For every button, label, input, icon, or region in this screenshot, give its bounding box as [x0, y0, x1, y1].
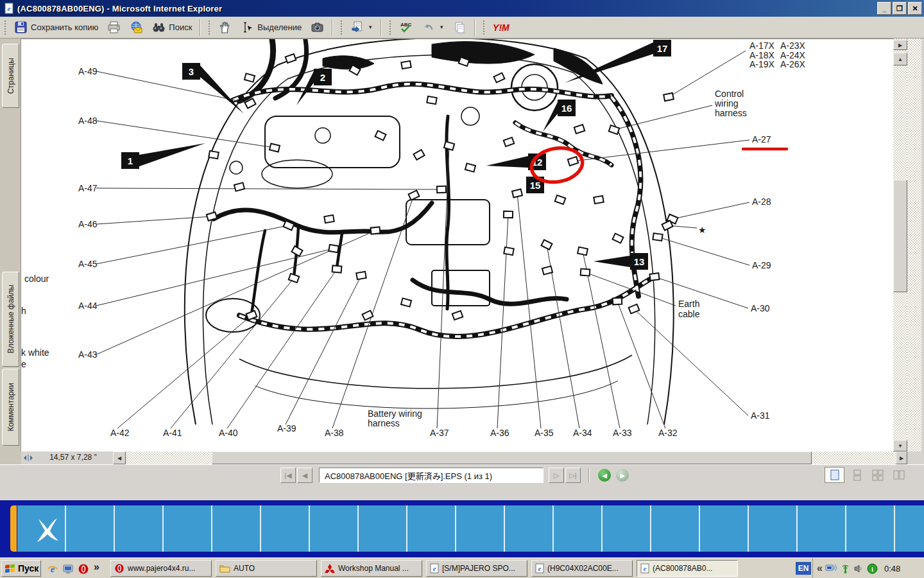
toolbar-grip[interactable]	[4, 20, 7, 35]
tab-pages[interactable]: Страницы	[2, 44, 19, 108]
start-button[interactable]: Пуск	[1, 560, 41, 577]
tab-comments[interactable]: Комментарии	[2, 369, 19, 446]
facing-layout-button[interactable]	[889, 467, 909, 483]
svg-text:2: 2	[320, 72, 325, 83]
next-page-button[interactable]: ▷	[549, 468, 564, 483]
dock-tile[interactable]	[359, 505, 407, 552]
document-page[interactable]: A-49A-48A-47A-46A-45A-44A-43A-42A-41A-40…	[21, 39, 893, 451]
printer-icon	[107, 21, 121, 34]
previous-view-button[interactable]: ◀	[598, 469, 611, 482]
svg-text:★: ★	[698, 225, 706, 235]
email-button[interactable]	[125, 18, 148, 37]
dock-tile[interactable]	[212, 505, 261, 552]
undo-button[interactable]: ▼	[417, 18, 449, 37]
print-button[interactable]	[103, 18, 125, 37]
horizontal-scroll-thumb[interactable]	[212, 451, 812, 464]
scroll-up-button[interactable]: ▲	[893, 53, 907, 66]
tab-pages-label: Страницы	[6, 58, 15, 94]
restore-button[interactable]: ❐	[893, 2, 907, 15]
dock-tile[interactable]	[456, 505, 505, 552]
single-page-layout-button[interactable]	[825, 467, 844, 483]
pane-splitter-icon[interactable]	[23, 454, 33, 462]
svg-text:e: e	[538, 565, 542, 572]
facing-icon	[893, 469, 905, 480]
taskbar-button-1[interactable]: www.pajero4x4.ru...	[110, 560, 212, 577]
taskbar-button-2[interactable]: AUTO	[216, 560, 317, 577]
horizontal-scroll-track[interactable]	[126, 451, 896, 464]
svg-text:harness: harness	[715, 108, 747, 118]
language-indicator[interactable]: EN	[796, 562, 811, 575]
snapshot-button[interactable]	[306, 18, 329, 37]
svg-text:A-40: A-40	[219, 428, 238, 438]
svg-text:cable: cable	[678, 309, 700, 319]
tab-attachments-label: Вложенные файлы	[6, 285, 15, 353]
dock-tile[interactable]	[115, 505, 164, 552]
taskbar-button-6[interactable]: e (AC800878AB0...	[637, 560, 738, 577]
toolbar-grip[interactable]	[340, 20, 343, 35]
svg-text:k white: k white	[21, 347, 49, 358]
scroll-down-button[interactable]: ▼	[893, 440, 907, 451]
search-button[interactable]: Поиск	[148, 18, 196, 37]
tab-attachments[interactable]: Вложенные файлы	[2, 272, 19, 367]
dock-tile[interactable]	[164, 505, 212, 552]
taskbar-button-3[interactable]: Workshop Manual ...	[321, 560, 422, 577]
vertical-scrollbar[interactable]: ▶ ▲ ▼	[893, 39, 907, 451]
toolbar-grip[interactable]	[208, 20, 211, 35]
close-button[interactable]: ✕	[908, 2, 922, 15]
dock-tile[interactable]	[603, 505, 651, 552]
svg-text:A-45: A-45	[78, 259, 98, 269]
dock-tile[interactable]	[554, 505, 603, 552]
taskbar-button-5[interactable]: e (H9C04X02AC00E...	[531, 560, 633, 577]
minimize-button[interactable]: _	[877, 2, 891, 15]
text-select-button[interactable]: Выделение	[236, 18, 306, 37]
svg-text:A-49: A-49	[78, 66, 98, 76]
toolbar-grip[interactable]	[389, 20, 392, 35]
next-view-button[interactable]: ▶	[616, 469, 629, 482]
wireless-tray-icon[interactable]	[840, 563, 851, 574]
scroll-right-button[interactable]: ▶	[896, 451, 907, 464]
dock-tile[interactable]	[505, 505, 554, 552]
dock-tile[interactable]	[846, 505, 895, 552]
dock-tile[interactable]	[749, 505, 798, 552]
continuous-layout-button[interactable]	[847, 467, 867, 483]
previous-page-button[interactable]: ◀	[297, 468, 312, 483]
copy-button[interactable]	[449, 18, 471, 37]
svg-text:A-35: A-35	[535, 428, 554, 438]
ie-quicklaunch-icon[interactable]: e	[46, 563, 58, 575]
dock-tile[interactable]	[66, 505, 115, 552]
taskbar-button-4[interactable]: e [S/M]PAJERO SPO...	[426, 560, 527, 577]
last-page-button[interactable]: ▷|	[565, 468, 581, 483]
scroll-right-top-button[interactable]: ▶	[893, 40, 907, 50]
tray-chevron[interactable]: «	[817, 563, 823, 574]
network-tray-icon[interactable]	[825, 563, 837, 574]
yahoo-messenger-button[interactable]: Y!M	[488, 20, 514, 35]
first-page-button[interactable]: |◀	[280, 468, 296, 483]
volume-tray-icon[interactable]	[853, 563, 864, 574]
dock-tile[interactable]	[17, 505, 66, 552]
dock-handle[interactable]	[10, 505, 17, 552]
dock-tile[interactable]	[407, 505, 456, 552]
toolbar-grip[interactable]	[483, 20, 486, 35]
create-pdf-button[interactable]: ▼	[346, 18, 377, 37]
scroll-left-button[interactable]: ◀	[113, 451, 126, 464]
save-copy-button[interactable]: Сохранить копию	[10, 18, 103, 37]
dock-tile[interactable]	[798, 505, 846, 552]
dock-tile[interactable]	[261, 505, 310, 552]
dock-tile[interactable]	[310, 505, 359, 552]
dock-tile[interactable]	[651, 505, 700, 552]
spellcheck-button[interactable]: ABC	[395, 18, 417, 37]
document-selector[interactable]: AC800878AB00ENG [更新済み].EPS (1 из 1)	[319, 468, 543, 483]
quicklaunch-overflow-chevron[interactable]: »	[94, 561, 99, 573]
desktop-quicklaunch-icon[interactable]	[62, 563, 74, 575]
camera-icon	[311, 21, 324, 34]
acrobat-toolbar: Сохранить копию Поиск	[0, 17, 924, 39]
info-tray-icon[interactable]: i	[867, 563, 878, 574]
hand-tool-button[interactable]	[214, 18, 236, 37]
dock-tile[interactable]	[895, 505, 924, 552]
svg-text:Battery wiring: Battery wiring	[368, 408, 422, 419]
opera-quicklaunch-icon[interactable]	[77, 563, 89, 575]
vertical-scroll-thumb[interactable]	[893, 180, 907, 292]
svg-text:colour: colour	[24, 274, 49, 284]
dock-tile[interactable]	[700, 505, 749, 552]
continuous-facing-layout-button[interactable]	[868, 467, 887, 483]
